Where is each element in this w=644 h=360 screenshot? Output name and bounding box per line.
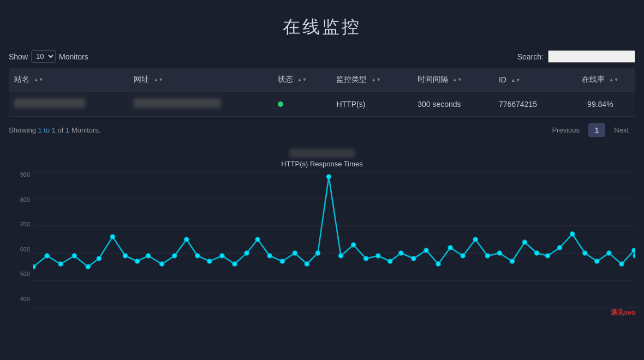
monitors-table: 站名 ▲▼ 网址 ▲▼ 状态 ▲▼ 监控类型 ▲▼ 时间间隔 ▲▼ (9, 68, 635, 117)
svg-point-28 (305, 262, 309, 266)
svg-point-16 (160, 262, 164, 266)
svg-point-46 (522, 240, 527, 244)
svg-point-45 (510, 259, 514, 263)
svg-point-6 (33, 265, 35, 269)
sort-icon-url[interactable]: ▲▼ (153, 77, 163, 82)
svg-point-39 (436, 262, 440, 266)
search-label: Search: (517, 52, 544, 61)
chart-title: HTTP(s) Response Times (281, 160, 363, 168)
svg-point-24 (255, 237, 260, 242)
y-label-400: 400 (20, 296, 30, 302)
svg-point-32 (351, 243, 356, 247)
svg-point-54 (619, 262, 624, 266)
svg-point-29 (315, 251, 320, 255)
col-uptime[interactable]: 在线率 ▲▼ (565, 68, 635, 92)
col-url[interactable]: 网址 ▲▼ (128, 68, 272, 92)
watermark: 遇见seo (611, 308, 635, 317)
site-name-blurred (14, 98, 85, 108)
col-monitor-type[interactable]: 监控类型 ▲▼ (331, 68, 412, 92)
col-status[interactable]: 状态 ▲▼ (272, 68, 331, 92)
svg-point-38 (424, 248, 428, 253)
cell-monitor-type: HTTP(s) (331, 92, 412, 117)
table-header-row: 站名 ▲▼ 网址 ▲▼ 状态 ▲▼ 监控类型 ▲▼ 时间间隔 ▲▼ (9, 68, 635, 92)
show-select[interactable]: 10 25 50 (31, 50, 56, 63)
next-button[interactable]: Next (607, 123, 635, 137)
toolbar-right: Search: (517, 50, 635, 63)
search-input[interactable] (548, 50, 635, 63)
cell-id: 776674215 (493, 92, 565, 117)
svg-point-33 (364, 256, 368, 261)
svg-point-48 (546, 254, 550, 258)
table-row: HTTP(s) 300 seconds 776674215 99.84% (9, 92, 635, 117)
chart-wrapper: 900 800 700 600 500 400 (9, 171, 635, 319)
col-interval[interactable]: 时间间隔 ▲▼ (412, 68, 493, 92)
svg-point-52 (595, 259, 599, 263)
svg-point-34 (376, 254, 380, 258)
chart-area: HTTP(s) Response Times 900 800 700 600 5… (0, 143, 644, 319)
showing-text: Showing 1 to 1 of 1 Monitors. (9, 126, 100, 134)
svg-point-40 (448, 245, 452, 250)
svg-point-30 (326, 175, 331, 179)
url-blurred (134, 98, 221, 108)
sort-icon-id[interactable]: ▲▼ (511, 78, 521, 83)
svg-point-37 (412, 256, 416, 261)
chart-svg (33, 171, 635, 308)
sort-icon-monitor-type[interactable]: ▲▼ (371, 77, 381, 82)
svg-point-44 (497, 251, 502, 255)
monitors-label: Monitors (59, 52, 88, 61)
svg-point-51 (583, 251, 587, 255)
svg-point-17 (172, 254, 177, 258)
svg-point-20 (207, 259, 212, 263)
cell-uptime: 99.84% (565, 92, 635, 117)
svg-point-35 (388, 259, 392, 263)
svg-point-9 (72, 254, 76, 258)
svg-point-8 (58, 262, 63, 266)
page-title: 在线监控 (0, 0, 644, 50)
svg-point-12 (110, 235, 115, 239)
toolbar-left: Show 10 25 50 Monitors (9, 50, 88, 63)
sort-icon-site-name[interactable]: ▲▼ (34, 77, 44, 82)
svg-point-10 (86, 265, 90, 269)
chart-site-label-blurred (289, 149, 355, 158)
svg-point-26 (280, 259, 284, 263)
svg-point-25 (267, 254, 272, 258)
svg-point-18 (184, 237, 189, 242)
svg-point-31 (339, 254, 343, 258)
svg-point-14 (135, 259, 140, 263)
pagination-area: Showing 1 to 1 of 1 Monitors. Previous 1… (0, 117, 644, 143)
col-site-name[interactable]: 站名 ▲▼ (9, 68, 128, 92)
y-axis: 900 800 700 600 500 400 (9, 171, 33, 302)
show-label: Show (9, 52, 28, 61)
toolbar: Show 10 25 50 Monitors Search: (0, 50, 644, 68)
cell-interval: 300 seconds (412, 92, 493, 117)
sort-icon-status[interactable]: ▲▼ (297, 77, 307, 82)
y-label-700: 700 (20, 221, 30, 227)
svg-point-43 (485, 254, 490, 258)
svg-point-42 (473, 237, 478, 242)
svg-point-55 (632, 248, 635, 253)
svg-point-41 (461, 254, 465, 258)
svg-point-56 (633, 254, 635, 258)
cell-status (272, 92, 331, 117)
svg-point-13 (123, 254, 127, 258)
svg-point-15 (146, 254, 151, 258)
svg-point-19 (195, 254, 200, 258)
svg-point-27 (293, 251, 297, 255)
cell-site-name (9, 92, 128, 117)
page-1-button[interactable]: 1 (588, 123, 605, 137)
sort-icon-uptime[interactable]: ▲▼ (609, 77, 619, 82)
cell-url (128, 92, 272, 117)
chart-title-area: HTTP(s) Response Times (9, 149, 635, 168)
svg-point-47 (534, 251, 539, 255)
svg-point-53 (607, 251, 611, 255)
svg-point-50 (570, 232, 575, 236)
col-id[interactable]: ID ▲▼ (493, 68, 565, 92)
y-label-600: 600 (20, 246, 30, 253)
svg-point-49 (558, 245, 562, 250)
svg-point-11 (97, 256, 101, 261)
svg-point-23 (245, 251, 249, 255)
previous-button[interactable]: Previous (545, 123, 586, 137)
pagination-controls: Previous 1 Next (545, 123, 635, 137)
y-label-900: 900 (20, 171, 30, 178)
sort-icon-interval[interactable]: ▲▼ (452, 77, 462, 82)
